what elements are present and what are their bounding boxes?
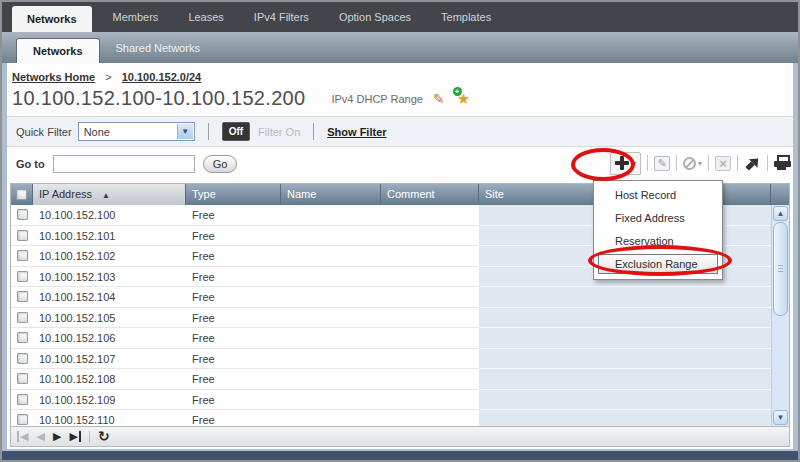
site-cell [479,349,789,370]
ip-address-cell: 10.100.152.105 [33,308,186,329]
table-row[interactable]: 10.100.152.107 Free [11,349,789,370]
subtab-shared-networks[interactable]: Shared Networks [100,33,216,63]
table-row[interactable]: 10.100.152.110 Free [11,410,789,426]
site-cell [479,308,789,329]
divider [676,155,677,171]
name-cell [281,287,381,308]
row-checkbox[interactable] [17,230,28,241]
divider [647,155,648,171]
tab-option-spaces[interactable]: Option Spaces [324,2,426,32]
breadcrumb-network-link[interactable]: 10.100.152.0/24 [122,71,202,83]
table-row[interactable]: 10.100.152.106 Free [11,328,789,349]
row-checkbox[interactable] [17,414,28,425]
row-checkbox[interactable] [17,373,28,384]
column-header-name[interactable]: Name [281,184,381,205]
scrollbar-thumb[interactable] [773,222,788,316]
column-header-type[interactable]: Type [186,184,281,205]
previous-page-button[interactable]: ◀ [36,431,44,442]
grid-toolbar: ▾ ✎ ▾ × [610,151,791,175]
scroll-up-button[interactable]: ▲ [773,206,788,221]
chevron-down-icon: ▾ [698,159,702,168]
chevron-down-icon[interactable]: ▼ [177,124,193,139]
add-dropdown-menu: Host Record Fixed Address Reservation Ex… [593,180,723,280]
comment-cell [381,328,479,349]
tab-members[interactable]: Members [98,2,174,32]
first-page-button[interactable]: ◀ [17,431,28,442]
row-checkbox[interactable] [17,250,28,261]
menu-item-exclusion-range[interactable]: Exclusion Range [594,253,722,276]
ip-address-cell: 10.100.152.110 [33,410,186,426]
row-checkbox[interactable] [17,271,28,282]
comment-cell [381,287,479,308]
tab-templates[interactable]: Templates [426,2,506,32]
comment-cell [381,410,479,426]
row-checkbox[interactable] [17,332,28,343]
type-cell: Free [186,369,281,390]
goto-label: Go to [16,158,45,170]
ip-address-cell: 10.100.152.108 [33,369,186,390]
table-row[interactable]: 10.100.152.109 Free [11,390,789,411]
app-window: Networks Members Leases IPv4 Filters Opt… [0,0,800,462]
show-filter-link[interactable]: Show Filter [327,126,386,138]
comment-cell [381,349,479,370]
column-header-ip-address[interactable]: IP Address ▲ [33,184,186,205]
select-all-checkbox[interactable] [16,189,27,200]
tab-ipv4-filters[interactable]: IPv4 Filters [239,2,324,32]
ip-address-cell: 10.100.152.100 [33,205,186,226]
last-page-button[interactable]: ▶ [69,431,80,442]
row-checkbox[interactable] [17,209,28,220]
row-checkbox[interactable] [17,394,28,405]
checkbox-cell [11,267,33,288]
type-cell: Free [186,287,281,308]
move-button[interactable] [744,155,761,172]
sort-ascending-icon: ▲ [102,191,110,200]
breadcrumb-separator: > [105,71,111,83]
quick-filter-select[interactable]: None ▼ [78,122,195,141]
disable-button[interactable]: ▾ [683,157,702,170]
breadcrumb: Networks Home > 10.100.152.0/24 [7,63,793,83]
edit-button[interactable]: ✎ [654,156,670,171]
row-checkbox[interactable] [17,353,28,364]
row-checkbox[interactable] [17,312,28,323]
menu-item-host-record[interactable]: Host Record [594,184,722,207]
refresh-button[interactable]: ↻ [98,429,110,443]
filter-toggle-button[interactable]: Off [222,122,250,141]
chevron-down-icon: ▾ [632,159,636,168]
checkbox-cell [11,205,33,226]
breadcrumb-networks-home-link[interactable]: Networks Home [12,71,95,83]
object-type-label: IPv4 DHCP Range [331,93,423,105]
checkbox-cell [11,328,33,349]
table-row[interactable]: 10.100.152.104 Free [11,287,789,308]
name-cell [281,226,381,247]
name-cell [281,246,381,267]
site-cell [479,369,789,390]
column-header-comment[interactable]: Comment [381,184,479,205]
go-button[interactable]: Go [203,155,238,173]
title-row: 10.100.152.100-10.100.152.200 IPv4 DHCP … [7,85,793,112]
comment-cell [381,267,479,288]
ip-address-cell: 10.100.152.107 [33,349,186,370]
tab-networks[interactable]: Networks [12,6,92,32]
add-to-favorites-star-icon[interactable]: ★ [457,90,470,108]
next-page-button[interactable]: ▶ [53,431,61,442]
menu-item-fixed-address[interactable]: Fixed Address [594,207,722,230]
subtab-networks[interactable]: Networks [16,38,100,63]
goto-input[interactable] [53,155,195,173]
ip-address-cell: 10.100.152.106 [33,328,186,349]
vertical-scrollbar[interactable]: ▲ ▼ [771,205,789,426]
scroll-down-button[interactable]: ▼ [773,410,788,425]
comment-cell [381,369,479,390]
print-button[interactable] [774,155,791,172]
ip-address-cell: 10.100.152.103 [33,267,186,288]
row-checkbox[interactable] [17,291,28,302]
delete-button[interactable]: × [715,156,731,171]
table-row[interactable]: 10.100.152.105 Free [11,308,789,329]
top-tab-bar: Networks Members Leases IPv4 Filters Opt… [2,2,798,32]
add-button[interactable]: ▾ [610,152,641,175]
site-cell [479,328,789,349]
edit-pencil-icon[interactable]: ✎ [433,91,445,107]
menu-item-reservation[interactable]: Reservation [594,230,722,253]
tab-leases[interactable]: Leases [173,2,238,32]
move-arrow-icon [740,151,764,175]
table-row[interactable]: 10.100.152.108 Free [11,369,789,390]
